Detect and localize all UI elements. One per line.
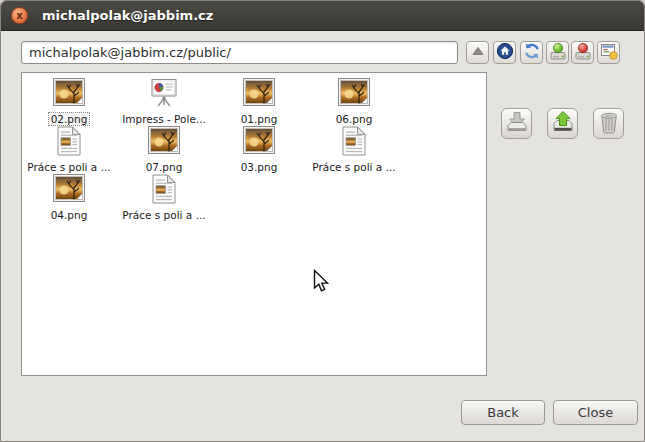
file-item[interactable]: 02.png (23, 78, 115, 127)
file-item[interactable]: 07.png (118, 126, 210, 175)
file-browser-window: x michalpolak@jabbim.cz (0, 0, 645, 442)
home-icon (496, 42, 514, 63)
image-file-icon (23, 174, 115, 204)
file-name-label: 07.png (143, 160, 186, 174)
close-icon: x (16, 10, 22, 21)
disconnect-storage-button[interactable] (571, 41, 594, 64)
back-button[interactable]: Back (461, 400, 545, 425)
address-input[interactable] (21, 41, 458, 64)
titlebar[interactable]: x michalpolak@jabbim.cz (1, 1, 644, 31)
file-name-label: 03.png (238, 160, 281, 174)
home-button[interactable] (493, 41, 516, 64)
connect-storage-button[interactable] (546, 41, 569, 64)
trash-icon (596, 109, 622, 138)
download-button[interactable] (501, 108, 532, 139)
file-item[interactable]: 06.png (308, 78, 400, 127)
file-item[interactable]: 03.png (213, 126, 305, 175)
file-name-label: 06.png (333, 112, 376, 126)
file-name-label: Impress - Pole... (119, 112, 209, 126)
image-file-icon (118, 126, 210, 156)
file-list-panel[interactable]: 02.png Impress - Pole... 01.png 06.png P… (21, 72, 487, 376)
file-name-label: 01.png (238, 112, 281, 126)
file-name-label: 04.png (48, 208, 91, 222)
file-item[interactable]: 04.png (23, 174, 115, 223)
document-file-icon (308, 126, 400, 156)
image-file-icon (213, 78, 305, 108)
document-file-icon (118, 174, 210, 204)
refresh-button[interactable] (520, 41, 543, 64)
close-button[interactable]: Close (553, 400, 638, 425)
image-file-icon (23, 78, 115, 108)
refresh-icon (523, 42, 541, 63)
window-close-button[interactable]: x (11, 7, 28, 24)
file-item[interactable]: Práce s poli a ... (23, 126, 115, 175)
file-name-label: Práce s poli a ... (119, 208, 208, 222)
file-item[interactable]: Práce s poli a ... (118, 174, 210, 223)
preferences-icon (599, 41, 619, 64)
file-name-label: 02.png (48, 112, 91, 126)
preferences-button[interactable] (597, 41, 620, 64)
download-icon (504, 109, 530, 138)
image-file-icon (308, 78, 400, 108)
file-item[interactable]: 01.png (213, 78, 305, 127)
file-item[interactable]: Práce s poli a ... (308, 126, 400, 175)
document-file-icon (23, 126, 115, 156)
delete-button[interactable] (593, 108, 624, 139)
file-name-label: Práce s poli a ... (24, 160, 113, 174)
up-directory-button[interactable] (466, 41, 489, 64)
up-arrow-icon (470, 43, 486, 62)
image-file-icon (213, 126, 305, 156)
upload-button[interactable] (547, 108, 578, 139)
presentation-file-icon (118, 78, 210, 108)
drive-online-icon (548, 41, 568, 64)
file-name-label: Práce s poli a ... (309, 160, 398, 174)
upload-icon (550, 109, 576, 138)
window-title: michalpolak@jabbim.cz (42, 1, 213, 30)
drive-offline-icon (573, 41, 593, 64)
file-item[interactable]: Impress - Pole... (118, 78, 210, 127)
